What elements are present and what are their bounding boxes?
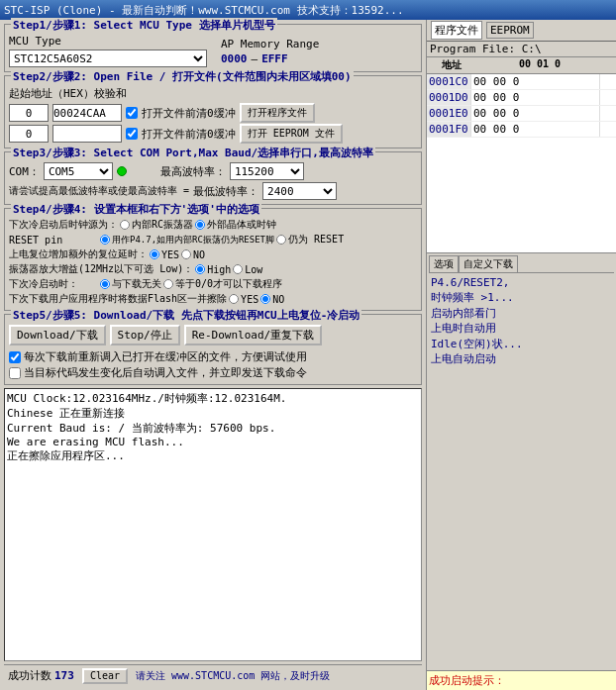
log-line: 正在擦除应用程序区... bbox=[7, 448, 419, 463]
clear-btn[interactable]: Clear bbox=[82, 668, 128, 684]
osc-low-label: Low bbox=[245, 264, 262, 275]
reload-label: 每次下载前重新调入已打开在缓冲区的文件，方便调试使用 bbox=[24, 349, 307, 364]
erase-yes-label: YES bbox=[241, 294, 258, 305]
step4-group: Step4/步骤4: 设置本框和右下方'选项'中的选项 下次冷启动后时钟源为： … bbox=[4, 208, 422, 311]
addr2-input[interactable] bbox=[52, 104, 122, 122]
powup-yes-radio[interactable] bbox=[150, 249, 159, 259]
addr-cell: 0001C0 bbox=[427, 74, 471, 89]
mcu-type-select[interactable]: STC12C5A60S2 bbox=[9, 49, 207, 67]
com-select[interactable]: COM5 bbox=[44, 162, 113, 180]
max-baud-label: 最高波特率： bbox=[160, 164, 226, 179]
powup-yes-label: YES bbox=[161, 249, 179, 260]
addr-cell: 0001F0 bbox=[427, 122, 471, 137]
s4-row3-label: 上电复位增加额外的复位延时： bbox=[9, 247, 148, 261]
addr4-input[interactable] bbox=[52, 125, 122, 143]
title-bar: STC-ISP (Clone) - 最新自动判断！www.STCMCU.com … bbox=[0, 0, 616, 20]
status-bar: 成功计数 173 Clear 请关注 www.STCMCU.com 网站，及时升… bbox=[4, 664, 422, 686]
reset-normal-radio[interactable] bbox=[276, 235, 286, 245]
data-cell: 00 00 0 bbox=[471, 90, 600, 105]
right-panel: 程序文件 EEPROM Program File: C:\ 地址 00 01 0… bbox=[426, 20, 616, 690]
s4-row6-label: 下次下载用户应用程序时将数据Flash区一并擦除 bbox=[9, 292, 227, 306]
step3-group: Step3/步骤3: Select COM Port,Max Baud/选择串行… bbox=[4, 151, 422, 205]
open-program-btn[interactable]: 打开程序文件 bbox=[240, 103, 315, 123]
options-tabs: 选项 自定义下载 bbox=[429, 255, 614, 273]
step5-group: Step5/步骤5: Download/下载 先点下载按钮再MCU上电复位-冷启… bbox=[4, 314, 422, 385]
table-row: 0001E0 00 00 0 bbox=[427, 106, 616, 122]
download-btn[interactable]: Download/下载 bbox=[9, 325, 106, 345]
success-count-value: 173 bbox=[54, 669, 74, 682]
erase-no-label: NO bbox=[272, 294, 284, 305]
memory-end: EFFF bbox=[261, 52, 288, 65]
cold-restricted-radio[interactable] bbox=[163, 279, 173, 289]
s4-row1-label: 下次冷启动后时钟源为： bbox=[9, 218, 118, 232]
cold-unrestricted-radio[interactable] bbox=[100, 279, 110, 289]
options-tab1[interactable]: 选项 bbox=[429, 255, 459, 272]
max-baud-select[interactable]: 115200 bbox=[230, 162, 304, 180]
success-count-label: 成功计数 bbox=[8, 668, 51, 683]
mcu-type-label: MCU Type bbox=[9, 35, 207, 48]
top-path-bar: 程序文件 EEPROM bbox=[427, 20, 616, 42]
addr-cell: 0001D0 bbox=[427, 90, 471, 105]
step2-title: Step2/步骤2: Open File / 打开文件(文件范围内未用区域填00… bbox=[11, 69, 354, 84]
reload-checkbox[interactable] bbox=[9, 351, 21, 363]
osc-low-radio[interactable] bbox=[233, 264, 243, 274]
erase-no-radio[interactable] bbox=[260, 294, 270, 304]
min-baud-select[interactable]: 2400 bbox=[262, 182, 337, 200]
powup-no-radio[interactable] bbox=[181, 249, 191, 259]
erase-yes-radio[interactable] bbox=[229, 294, 239, 304]
autoload-checkbox[interactable] bbox=[9, 367, 21, 379]
cold-unrestricted-label: 与下载无关 bbox=[112, 277, 161, 291]
checkbox1-label: 打开文件前清0缓冲 bbox=[142, 106, 236, 121]
reset-p47-radio[interactable] bbox=[100, 235, 110, 245]
data-cell: 00 00 0 bbox=[471, 106, 600, 121]
addr3-input[interactable] bbox=[9, 125, 49, 143]
clk-external-radio[interactable] bbox=[195, 220, 205, 230]
s4-row2-label: RESET pin bbox=[9, 235, 98, 246]
reset-normal-label: 仍为 RESET bbox=[288, 233, 344, 246]
step4-title: Step4/步骤4: 设置本框和右下方'选项'中的选项 bbox=[11, 202, 261, 217]
log-area[interactable]: MCU Clock:12.023164MHz./时钟频率:12.023164M.… bbox=[4, 388, 422, 661]
ap-memory-label: AP Memory Range bbox=[221, 38, 319, 50]
open-eeprom-btn[interactable]: 打开 EEPROM 文件 bbox=[240, 124, 343, 144]
status-hint: 请关注 www.STCMCU.com 网站，及时升级 bbox=[136, 669, 330, 683]
clk-internal-label: 内部RC振荡器 bbox=[132, 218, 193, 232]
log-line: We are erasing MCU flash... bbox=[7, 436, 419, 448]
step1-group: Step1/步骤1: Select MCU Type 选择单片机型号 MCU T… bbox=[4, 24, 422, 72]
checkbox1[interactable] bbox=[126, 107, 138, 119]
clk-internal-radio[interactable] bbox=[120, 220, 130, 230]
step2-group: Step2/步骤2: Open File / 打开文件(文件范围内未用区域填00… bbox=[4, 75, 422, 148]
autoload-label: 当目标代码发生变化后自动调入文件，并立即发送下载命令 bbox=[24, 365, 307, 380]
options-line: 上电时自动用 bbox=[431, 321, 612, 336]
redownload-btn[interactable]: Re-Download/重复下载 bbox=[184, 325, 322, 345]
memory-start: 0000 bbox=[221, 52, 248, 65]
log-line: Chinese 正在重新连接 bbox=[7, 406, 419, 421]
hint-label: 请尝试提高最低波特率或使最高波特率 = bbox=[9, 184, 189, 198]
header-data: 00 01 0 bbox=[475, 58, 604, 72]
min-baud-label: 最低波特率： bbox=[193, 184, 258, 199]
options-line: Idle(空闲)状... bbox=[431, 337, 612, 351]
stop-btn[interactable]: Stop/停止 bbox=[110, 325, 180, 345]
right-hint: 成功启动提示： bbox=[429, 674, 505, 687]
header-addr: 地址 bbox=[429, 58, 473, 72]
com-status-dot bbox=[117, 166, 127, 176]
data-cell: 00 00 0 bbox=[471, 74, 600, 89]
options-tab2[interactable]: 自定义下载 bbox=[459, 255, 518, 272]
path-display: Program File: C:\ bbox=[430, 43, 542, 55]
title-text: STC-ISP (Clone) - 最新自动判断！www.STCMCU.com … bbox=[4, 3, 404, 18]
data-table: 0001C0 00 00 0 0001D0 00 00 0 0001E0 00 … bbox=[427, 74, 616, 252]
osc-high-label: High bbox=[207, 264, 231, 275]
eeprom-tab[interactable]: EEPROM bbox=[486, 22, 534, 39]
osc-high-radio[interactable] bbox=[195, 264, 205, 274]
step3-title: Step3/步骤3: Select COM Port,Max Baud/选择串行… bbox=[11, 146, 375, 160]
table-row: 0001F0 00 00 0 bbox=[427, 122, 616, 138]
addr1-input[interactable] bbox=[9, 104, 49, 122]
options-content: P4.6/RESET2,时钟频率 >1...启动内部看门上电时自动用Idle(空… bbox=[429, 273, 614, 368]
options-line: 启动内部看门 bbox=[431, 306, 612, 321]
table-row: 0001C0 00 00 0 bbox=[427, 74, 616, 90]
table-row: 0001D0 00 00 0 bbox=[427, 90, 616, 106]
table-header: 地址 00 01 0 bbox=[427, 57, 616, 74]
data-cell: 00 00 0 bbox=[471, 122, 600, 137]
step1-title: Step1/步骤1: Select MCU Type 选择单片机型号 bbox=[11, 18, 277, 33]
prog-file-tab[interactable]: 程序文件 bbox=[431, 21, 482, 40]
checkbox2[interactable] bbox=[126, 128, 138, 140]
